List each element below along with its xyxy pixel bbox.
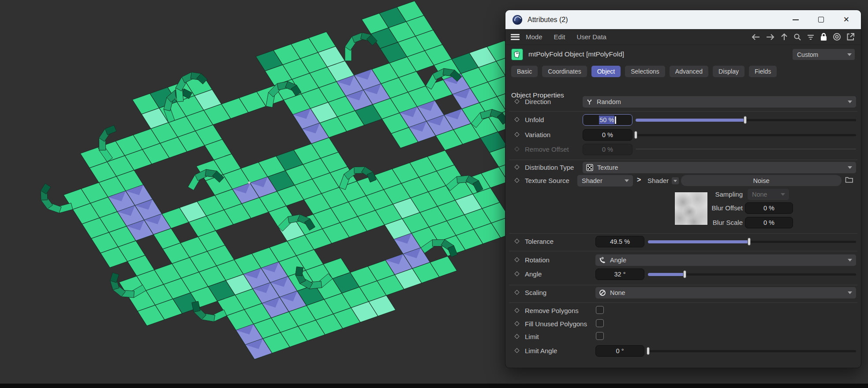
noise-shader-label: Noise — [753, 177, 769, 184]
tolerance-input[interactable]: 49.5 % — [595, 236, 644, 247]
object-title: mtPolyFold Object [mtPolyFold] — [528, 50, 624, 58]
separator — [509, 111, 857, 112]
texture-source-dropdown[interactable]: Shader — [577, 175, 633, 187]
filter-icon[interactable] — [807, 33, 815, 41]
blur-offset-input[interactable]: 0 % — [745, 202, 793, 214]
row-unfold: Unfold 50 % — [505, 114, 861, 126]
row-distribution-type: Distribution Type Texture — [505, 161, 861, 174]
up-arrow-icon[interactable] — [780, 33, 788, 41]
variation-input[interactable]: 0 % — [583, 129, 632, 141]
preset-value: Custom — [797, 51, 818, 58]
search-icon[interactable] — [793, 33, 801, 41]
sampling-dropdown: None — [748, 189, 789, 200]
distribution-type-dropdown[interactable]: Texture — [583, 162, 856, 173]
close-button[interactable]: ✕ — [843, 16, 849, 23]
variation-label: Variation — [525, 131, 550, 138]
app-logo-icon — [513, 15, 522, 25]
direction-dropdown[interactable]: Random — [583, 96, 856, 108]
hamburger-icon[interactable] — [511, 34, 520, 40]
window-titlebar[interactable]: Attributes (2) ✕ — [505, 10, 861, 29]
texture-source-label: Texture Source — [525, 177, 569, 184]
unfold-slider[interactable] — [636, 118, 856, 122]
blur-scale-input[interactable]: 0 % — [745, 217, 793, 228]
pop-out-icon[interactable] — [846, 33, 855, 41]
shader-mini-dropdown[interactable] — [672, 177, 679, 184]
tolerance-slider[interactable] — [648, 239, 856, 244]
remove-polygons-checkbox[interactable] — [596, 306, 604, 314]
chevron-down-icon — [848, 101, 852, 103]
angle-slider[interactable] — [648, 272, 856, 276]
row-blur-offset: Blur Offset 0 % — [505, 202, 861, 214]
limit-angle-label: Limit Angle — [525, 347, 557, 354]
keyframe-diamond-icon[interactable] — [514, 308, 519, 313]
chevron-down-icon — [848, 166, 852, 169]
rotation-dropdown[interactable]: Angle — [595, 254, 856, 266]
keyframe-diamond-icon[interactable] — [514, 290, 519, 295]
keyframe-diamond-icon[interactable] — [514, 271, 519, 276]
keyframe-diamond-icon[interactable] — [514, 99, 519, 104]
preset-dropdown[interactable]: Custom — [793, 49, 855, 60]
maximize-button[interactable] — [818, 17, 824, 22]
angle-input[interactable]: 32 ° — [595, 269, 644, 280]
tab-coordinates[interactable]: Coordinates — [542, 66, 587, 77]
keyframe-diamond-icon[interactable] — [514, 257, 519, 262]
angle-label: Angle — [525, 270, 542, 278]
tab-selections[interactable]: Selections — [625, 66, 665, 77]
menu-user-data[interactable]: User Data — [576, 33, 606, 41]
angle-value: 32 ° — [614, 271, 626, 278]
keyframe-diamond-icon — [514, 146, 519, 151]
fill-unused-polygons-checkbox[interactable] — [596, 319, 604, 327]
row-rotation: Rotation Angle — [505, 254, 861, 266]
keyframe-diamond-icon[interactable] — [514, 334, 519, 339]
tolerance-value: 49.5 % — [610, 238, 630, 245]
toolbar-icons — [751, 33, 855, 41]
blur-scale-label: Blur Scale — [695, 219, 743, 226]
row-remove-polygons: Remove Polygons — [505, 305, 861, 317]
tab-display[interactable]: Display — [713, 66, 745, 77]
unfold-label: Unfold — [525, 116, 544, 123]
limit-angle-slider[interactable] — [648, 349, 856, 353]
blur-offset-value: 0 % — [763, 205, 774, 212]
limit-label: Limit — [525, 333, 539, 340]
tab-advanced[interactable]: Advanced — [670, 66, 708, 77]
target-icon[interactable] — [833, 33, 841, 41]
object-header: mtPolyFold Object [mtPolyFold] Custom — [505, 45, 861, 63]
direction-value: Random — [597, 98, 621, 105]
lock-icon[interactable] — [820, 33, 827, 41]
remove-offset-label: Remove Offset — [525, 146, 569, 153]
menu-edit[interactable]: Edit — [554, 33, 565, 41]
limit-angle-input[interactable]: 0 ° — [595, 345, 644, 357]
forward-arrow-icon[interactable] — [766, 33, 775, 41]
folder-icon[interactable] — [845, 176, 853, 185]
variation-slider[interactable] — [636, 133, 856, 137]
row-tolerance: Tolerance 49.5 % — [505, 235, 861, 248]
separator — [509, 302, 857, 303]
tab-object[interactable]: Object — [591, 66, 621, 77]
noise-shader-button[interactable]: Noise — [681, 175, 842, 186]
separator — [509, 160, 857, 160]
unfold-input[interactable]: 50 % — [583, 114, 632, 126]
keyframe-diamond-icon[interactable] — [514, 239, 519, 243]
tab-basic[interactable]: Basic — [511, 66, 538, 77]
keyframe-diamond-icon[interactable] — [514, 164, 519, 169]
keyframe-diamond-icon[interactable] — [514, 321, 519, 326]
keyframe-diamond-icon[interactable] — [514, 178, 519, 183]
text-caret — [615, 116, 616, 124]
keyframe-diamond-icon[interactable] — [514, 132, 519, 137]
separator — [509, 285, 857, 285]
chevron-down-icon — [848, 291, 852, 294]
tab-fields[interactable]: Fields — [749, 66, 777, 77]
minimize-button[interactable] — [793, 19, 799, 20]
row-sampling: Sampling None — [505, 188, 861, 201]
scaling-value: None — [610, 289, 625, 296]
scaling-dropdown[interactable]: None — [595, 287, 856, 298]
sampling-value: None — [752, 191, 767, 198]
menu-mode[interactable]: Mode — [526, 33, 542, 41]
limit-checkbox[interactable] — [596, 332, 604, 340]
keyframe-diamond-icon[interactable] — [514, 348, 519, 353]
separator — [509, 233, 857, 234]
back-arrow-icon[interactable] — [751, 33, 760, 41]
remove-offset-value: 0 % — [602, 146, 613, 153]
limit-angle-value: 0 ° — [616, 347, 624, 354]
keyframe-diamond-icon[interactable] — [514, 117, 519, 122]
